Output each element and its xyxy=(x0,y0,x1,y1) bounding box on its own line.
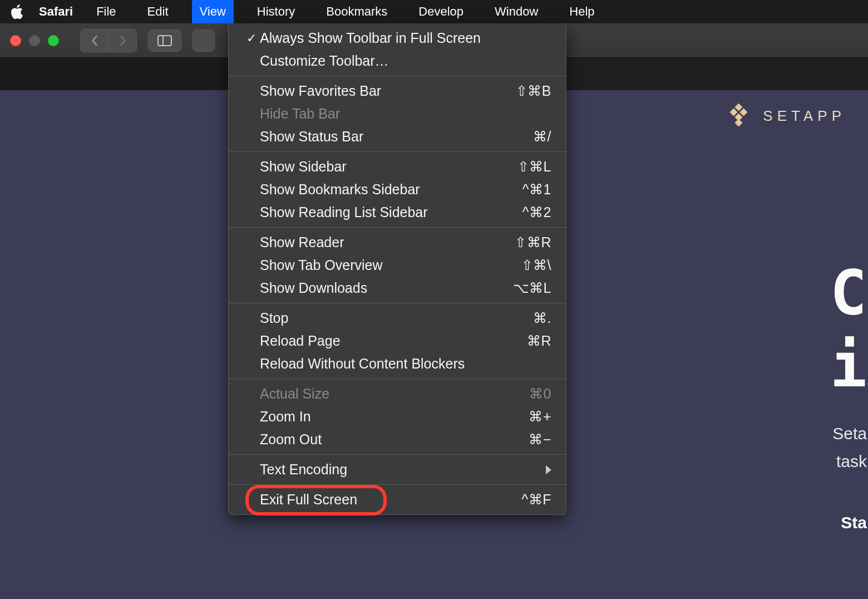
menu-item-label: Zoom In xyxy=(260,409,529,425)
menu-item-shortcut: ^⌘2 xyxy=(522,204,551,220)
menu-item-label: Show Sidebar xyxy=(260,159,517,175)
menu-item: Actual Size⌘0 xyxy=(229,382,566,405)
menu-separator xyxy=(229,379,566,379)
setapp-logo[interactable]: SETAPP xyxy=(728,104,846,128)
page-cta-fragment: Sta xyxy=(841,513,867,532)
menu-item-label: Customize Toolbar… xyxy=(260,53,551,69)
menu-item-label: Exit Full Screen xyxy=(260,492,521,508)
menu-item-shortcut: ⌘− xyxy=(529,431,551,448)
menu-separator xyxy=(229,76,566,76)
menu-item-shortcut: ^⌘1 xyxy=(522,181,551,198)
menu-item[interactable]: Exit Full Screen^⌘F xyxy=(229,488,566,511)
menu-separator xyxy=(229,151,566,152)
menu-item-label: Zoom Out xyxy=(260,431,529,448)
menu-item-shortcut: ^⌘F xyxy=(521,492,551,508)
svg-rect-4 xyxy=(740,108,748,116)
menu-item-label: Show Reading List Sidebar xyxy=(260,204,522,220)
menubar-item-file[interactable]: File xyxy=(88,2,124,21)
svg-rect-2 xyxy=(735,104,743,111)
menu-item-shortcut: ⌘R xyxy=(527,333,551,349)
menu-item[interactable]: Show Reader⇧⌘R xyxy=(229,231,566,254)
svg-rect-0 xyxy=(158,36,171,46)
setapp-logo-text: SETAPP xyxy=(763,107,846,125)
menu-item-label: Actual Size xyxy=(260,386,529,402)
menu-item[interactable]: Show Favorites Bar⇧⌘B xyxy=(229,80,566,102)
menu-item-shortcut: ⇧⌘L xyxy=(517,159,551,175)
menu-item[interactable]: Text Encoding xyxy=(229,458,566,481)
menu-item-label: Show Favorites Bar xyxy=(260,83,516,99)
menubar-item-edit[interactable]: Edit xyxy=(140,2,176,21)
menu-item[interactable]: ✓Always Show Toolbar in Full Screen xyxy=(229,27,566,50)
menubar-item-view[interactable]: View xyxy=(192,0,234,23)
menu-item[interactable]: Show Bookmarks Sidebar^⌘1 xyxy=(229,178,566,201)
menu-item[interactable]: Show Reading List Sidebar^⌘2 xyxy=(229,201,566,224)
menubar-app-name[interactable]: Safari xyxy=(39,4,73,19)
chevron-right-icon xyxy=(118,36,128,46)
menu-item-label: Show Tab Overview xyxy=(260,257,521,273)
menubar-item-history[interactable]: History xyxy=(249,2,303,21)
menu-item: Hide Tab Bar xyxy=(229,102,566,125)
menu-item[interactable]: Show Sidebar⇧⌘L xyxy=(229,155,566,178)
menu-item-shortcut: ⌘/ xyxy=(533,129,551,145)
menu-item[interactable]: Show Downloads⌥⌘L xyxy=(229,277,566,300)
menu-item-label: Reload Page xyxy=(260,333,527,349)
menu-item[interactable]: Zoom Out⌘− xyxy=(229,428,566,451)
checkmark-icon: ✓ xyxy=(243,31,260,46)
menu-item-label: Always Show Toolbar in Full Screen xyxy=(260,30,551,46)
svg-rect-6 xyxy=(735,119,743,126)
toolbar-url-field-fragment[interactable] xyxy=(193,30,215,52)
menu-separator xyxy=(229,303,566,303)
menu-item-label: Stop xyxy=(260,310,533,326)
menu-item[interactable]: Show Status Bar⌘/ xyxy=(229,125,566,148)
menu-item-label: Show Status Bar xyxy=(260,129,533,145)
menu-item-label: Text Encoding xyxy=(260,461,546,478)
sidebar-icon xyxy=(157,35,172,46)
menu-item[interactable]: Show Tab Overview⇧⌘\ xyxy=(229,254,566,277)
menu-item-label: Show Downloads xyxy=(260,280,513,296)
menu-item[interactable]: Reload Without Content Blockers xyxy=(229,352,566,375)
menu-item-shortcut: ⇧⌘\ xyxy=(521,257,551,273)
menu-item[interactable]: Zoom In⌘+ xyxy=(229,405,566,428)
menu-separator xyxy=(229,227,566,228)
svg-rect-3 xyxy=(730,108,738,116)
menu-item-label: Show Bookmarks Sidebar xyxy=(260,181,522,198)
menu-item-shortcut: ⌘0 xyxy=(529,386,551,402)
menu-item-shortcut: ⌘. xyxy=(533,310,551,326)
submenu-arrow-icon xyxy=(546,465,551,474)
menubar-item-help[interactable]: Help xyxy=(561,2,602,21)
menu-item-label: Show Reader xyxy=(260,234,515,251)
menu-item[interactable]: Customize Toolbar… xyxy=(229,50,566,72)
setapp-logo-icon xyxy=(728,104,753,128)
menu-item-label: Reload Without Content Blockers xyxy=(260,356,551,372)
nav-forward-button[interactable] xyxy=(108,30,136,52)
window-traffic-lights xyxy=(10,35,59,46)
window-close-button[interactable] xyxy=(10,35,21,46)
apple-menu-icon[interactable] xyxy=(11,6,23,18)
menu-item-label: Hide Tab Bar xyxy=(260,106,551,122)
window-minimize-button[interactable] xyxy=(29,35,40,46)
page-heading-line2-fragment: i xyxy=(830,330,867,401)
page-heading-line1-fragment: C xyxy=(830,257,867,328)
menu-item[interactable]: Stop⌘. xyxy=(229,307,566,330)
menu-item-shortcut: ⌥⌘L xyxy=(513,280,551,296)
nav-back-button[interactable] xyxy=(81,30,108,52)
page-body-line2-fragment: task xyxy=(836,452,867,471)
nav-back-forward-group xyxy=(80,29,137,52)
menubar-item-window[interactable]: Window xyxy=(487,2,546,21)
tab[interactable] xyxy=(0,58,228,90)
toolbar-sidebar-button[interactable] xyxy=(148,30,181,52)
view-menu-dropdown: ✓Always Show Toolbar in Full ScreenCusto… xyxy=(228,23,566,515)
chevron-left-icon xyxy=(90,36,100,46)
menu-separator xyxy=(229,484,566,485)
menubar-item-bookmarks[interactable]: Bookmarks xyxy=(318,2,395,21)
menubar-item-develop[interactable]: Develop xyxy=(411,2,471,21)
menu-item[interactable]: Reload Page⌘R xyxy=(229,330,566,352)
page-body-line1-fragment: Seta xyxy=(832,424,867,443)
menu-separator xyxy=(229,454,566,455)
menu-item-shortcut: ⌘+ xyxy=(529,409,551,425)
window-fullscreen-button[interactable] xyxy=(48,35,59,46)
menubar: Safari File Edit View History Bookmarks … xyxy=(0,0,868,23)
menu-item-shortcut: ⇧⌘B xyxy=(516,83,551,99)
menu-item-shortcut: ⇧⌘R xyxy=(515,234,551,251)
